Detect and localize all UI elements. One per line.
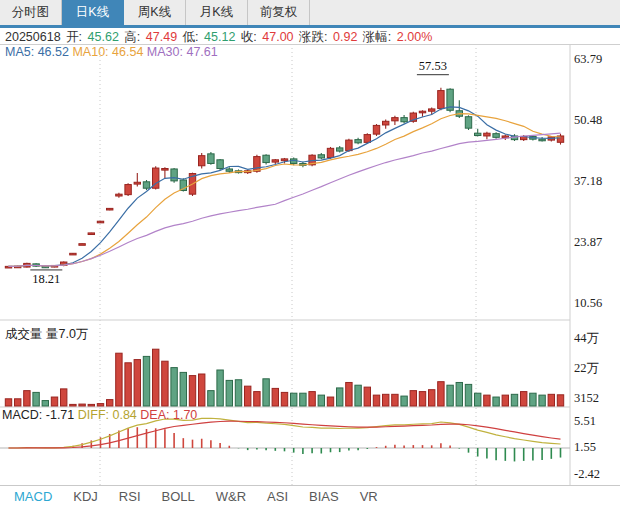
volume-bar <box>51 397 57 406</box>
volume-bar <box>429 390 435 406</box>
volume-bar <box>346 382 352 406</box>
tab-daily-k[interactable]: 日K线 <box>62 0 124 25</box>
volume-bar <box>33 392 39 406</box>
volume-bar <box>438 382 444 406</box>
volume-bar <box>364 387 370 406</box>
candle-body <box>318 155 324 158</box>
volume-bar <box>291 393 297 406</box>
tab-weekly-k[interactable]: 周K线 <box>124 0 186 25</box>
candle-body <box>438 91 444 109</box>
candle-body <box>208 154 214 164</box>
volume-bar <box>15 399 21 406</box>
volume-bar <box>493 397 499 406</box>
volume-bar <box>116 353 122 406</box>
volume-bar <box>171 368 177 406</box>
price-axis-label: 23.87 <box>574 235 602 249</box>
candle-body <box>429 109 435 111</box>
candle-body <box>493 134 499 138</box>
indicator-tabbar: MACDKDJRSIBOLLW&RASIBIASVR <box>0 485 620 506</box>
volume-bar <box>309 392 315 406</box>
candle-body <box>484 133 490 136</box>
indicator-tab-vr[interactable]: VR <box>360 489 378 504</box>
macd-label: MACD: <box>2 408 42 422</box>
indicator-tab-rsi[interactable]: RSI <box>119 489 141 504</box>
candle-body <box>116 194 122 196</box>
dea-label: DEA: <box>140 408 169 422</box>
close-value: 47.00 <box>262 30 293 44</box>
macd-value: -1.71 <box>46 408 75 422</box>
volume-bar <box>162 361 168 406</box>
volume-bar <box>337 388 343 406</box>
candle-body <box>373 125 379 134</box>
candle-body <box>419 111 425 113</box>
candle-body <box>327 148 333 157</box>
candle-body <box>199 156 205 166</box>
macd-axis-label: -2.42 <box>574 467 600 481</box>
candle-body <box>539 139 545 141</box>
period-tabbar: 分时图日K线周K线月K线前复权 <box>0 0 620 28</box>
volume-bar <box>392 394 398 406</box>
low-value: 45.12 <box>204 30 235 44</box>
volume-bar <box>475 393 481 406</box>
volume-bar <box>300 393 306 406</box>
ma10-line <box>9 114 561 267</box>
volume-pane-label: 成交量 量7.0万 <box>5 326 88 343</box>
volume-bar <box>88 404 94 406</box>
open-label: 开: <box>66 30 82 44</box>
indicator-tab-bias[interactable]: BIAS <box>309 489 339 504</box>
volume-bar <box>456 382 462 406</box>
close-label: 收: <box>241 30 257 44</box>
indicator-tab-wr[interactable]: W&R <box>216 489 246 504</box>
high-label: 高: <box>124 30 140 44</box>
volume-bar <box>281 392 287 406</box>
volume-bar <box>263 379 269 406</box>
indicator-tab-macd[interactable]: MACD <box>14 489 52 504</box>
candle-body <box>171 169 177 181</box>
volume-bar <box>199 374 205 406</box>
volume-bar <box>401 396 407 406</box>
volume-bar <box>548 394 554 406</box>
volume-bar <box>125 363 131 406</box>
ma30-line <box>9 133 561 266</box>
open-value: 45.62 <box>88 30 119 44</box>
volume-bar <box>410 391 416 406</box>
volume-bar <box>530 393 536 406</box>
tab-adjust-forward[interactable]: 前复权 <box>248 0 310 25</box>
volume-axis-label: 44万 <box>574 331 599 345</box>
volume-bar <box>254 392 260 406</box>
candle-body <box>281 159 287 161</box>
volume-bar <box>484 395 490 406</box>
candle-body <box>254 157 260 172</box>
candle-body <box>346 140 352 151</box>
tab-monthly-k[interactable]: 月K线 <box>186 0 248 25</box>
tab-time-chart[interactable]: 分时图 <box>0 0 62 25</box>
volume-bar <box>557 395 563 406</box>
volume-bar <box>226 380 232 406</box>
volume-bar <box>383 394 389 406</box>
volume-axis-label: 22万 <box>574 361 599 375</box>
indicator-tab-asi[interactable]: ASI <box>267 489 288 504</box>
volume-bar <box>245 386 251 406</box>
candle-body <box>88 233 94 235</box>
volume-bar <box>97 404 103 406</box>
high-annotation: 57.53 <box>419 59 447 73</box>
indicator-tab-kdj[interactable]: KDJ <box>73 489 98 504</box>
candle-body <box>79 244 85 246</box>
ohlc-infobar: 20250618 开: 45.62 高: 47.49 低: 45.12 收: 4… <box>5 29 565 45</box>
candle-body <box>392 118 398 121</box>
volume-bar <box>327 397 333 406</box>
volume-bar <box>355 385 361 406</box>
volume-bar <box>42 401 48 406</box>
candle-body <box>70 253 76 255</box>
candle-body <box>107 208 113 210</box>
diff-label: DIFF: <box>78 408 109 422</box>
volume-bar <box>107 400 113 406</box>
macd-axis-label: 1.55 <box>574 440 596 454</box>
pct-value: 2.00% <box>397 30 432 44</box>
volume-bar <box>235 380 241 406</box>
indicator-tab-boll[interactable]: BOLL <box>162 489 195 504</box>
price-axis-label: 10.56 <box>574 296 602 310</box>
volume-bar <box>180 372 186 406</box>
low-annotation: 18.21 <box>32 272 60 286</box>
candle-body <box>272 160 278 162</box>
